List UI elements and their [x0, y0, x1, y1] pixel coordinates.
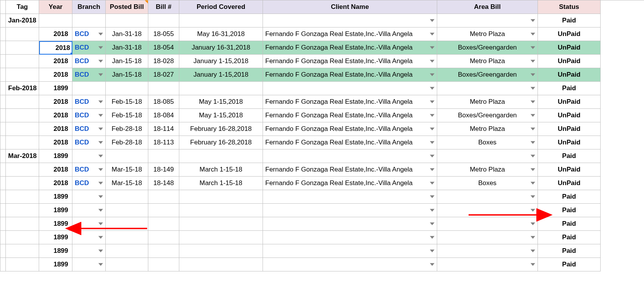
cell-year[interactable]: 2018 [39, 55, 72, 68]
cell-tag[interactable] [6, 231, 39, 244]
cell-tag[interactable] [6, 68, 39, 82]
cell-posted-bill[interactable]: Feb-28-18 [106, 122, 148, 136]
dropdown-icon[interactable] [98, 263, 103, 266]
cell-year[interactable]: 2018 [39, 41, 72, 55]
cell-branch[interactable]: BCD [72, 163, 106, 177]
dropdown-icon[interactable] [98, 101, 103, 103]
cell-period[interactable]: March 1-15-18 [179, 177, 263, 190]
cell-branch[interactable] [72, 231, 106, 244]
cell-period[interactable] [179, 190, 263, 204]
dropdown-icon[interactable] [531, 236, 535, 239]
dropdown-icon[interactable] [430, 33, 434, 36]
dropdown-icon[interactable] [98, 155, 103, 158]
cell-status[interactable]: UnPaid [538, 95, 601, 109]
cell-status[interactable]: Paid [538, 258, 601, 271]
cell-posted-bill[interactable] [106, 82, 148, 95]
cell-status[interactable]: Paid [538, 82, 601, 95]
cell-client[interactable] [263, 231, 437, 244]
cell-status[interactable]: Paid [538, 204, 601, 217]
cell-period[interactable]: January 1-15,2018 [179, 55, 263, 68]
cell-bill-no[interactable]: 18-027 [148, 68, 179, 82]
cell-tag[interactable] [6, 217, 39, 231]
cell-year[interactable]: 2018 [39, 95, 72, 109]
cell-year[interactable]: 2018 [39, 177, 72, 190]
dropdown-icon[interactable] [98, 46, 103, 49]
cell-bill-no[interactable]: 18-028 [148, 55, 179, 68]
dropdown-icon[interactable] [430, 101, 434, 103]
cell-year[interactable]: 2018 [39, 68, 72, 82]
dropdown-icon[interactable] [98, 33, 103, 36]
cell-tag[interactable] [6, 163, 39, 177]
dropdown-icon[interactable] [531, 209, 535, 212]
cell-bill-no[interactable]: 18-055 [148, 27, 179, 41]
dropdown-icon[interactable] [430, 87, 434, 90]
cell-year[interactable]: 1899 [39, 149, 72, 163]
cell-client[interactable] [263, 244, 437, 258]
cell-branch[interactable] [72, 190, 106, 204]
cell-client[interactable]: Fernando F Gonzaga Real Estate,Inc.-Vill… [263, 136, 437, 149]
cell-client[interactable]: Fernando F Gonzaga Real Estate,Inc.-Vill… [263, 122, 437, 136]
cell-bill-no[interactable]: 18-085 [148, 95, 179, 109]
cell-note-icon[interactable] [145, 0, 148, 3]
cell-posted-bill[interactable]: Feb-28-18 [106, 136, 148, 149]
cell-period[interactable]: May 16-31,2018 [179, 27, 263, 41]
cell-year[interactable]: 1899 [39, 190, 72, 204]
cell-period[interactable] [179, 217, 263, 231]
cell-area[interactable]: Metro Plaza [437, 95, 538, 109]
cell-period[interactable] [179, 244, 263, 258]
dropdown-icon[interactable] [531, 114, 535, 117]
cell-tag[interactable] [6, 109, 39, 122]
cell-area[interactable] [437, 231, 538, 244]
cell-tag[interactable] [6, 27, 39, 41]
spreadsheet-grid[interactable]: TagYearBranchPosted BillBill #Period Cov… [0, 0, 644, 271]
dropdown-icon[interactable] [531, 87, 535, 90]
cell-client[interactable] [263, 82, 437, 95]
cell-tag[interactable] [6, 190, 39, 204]
cell-branch[interactable] [72, 217, 106, 231]
cell-area[interactable]: Boxes [437, 136, 538, 149]
cell-branch[interactable] [72, 82, 106, 95]
dropdown-icon[interactable] [430, 141, 434, 144]
dropdown-icon[interactable] [430, 60, 434, 63]
dropdown-icon[interactable] [430, 209, 434, 212]
cell-year[interactable]: 1899 [39, 204, 72, 217]
cell-period[interactable] [179, 14, 263, 27]
cell-bill-no[interactable] [148, 244, 179, 258]
cell-posted-bill[interactable]: Mar-15-18 [106, 163, 148, 177]
cell-client[interactable]: Fernando F Gonzaga Real Estate,Inc.-Vill… [263, 41, 437, 55]
cell-status[interactable]: UnPaid [538, 136, 601, 149]
cell-bill-no[interactable] [148, 204, 179, 217]
dropdown-icon[interactable] [98, 236, 103, 239]
cell-bill-no[interactable] [148, 190, 179, 204]
cell-area[interactable] [437, 14, 538, 27]
cell-posted-bill[interactable]: Feb-15-18 [106, 109, 148, 122]
cell-period[interactable] [179, 231, 263, 244]
cell-tag[interactable]: Mar-2018 [6, 149, 39, 163]
cell-area[interactable]: Boxes/Greengarden [437, 109, 538, 122]
dropdown-icon[interactable] [531, 128, 535, 130]
cell-year[interactable]: 2018 [39, 109, 72, 122]
cell-status[interactable]: UnPaid [538, 109, 601, 122]
cell-status[interactable]: Paid [538, 217, 601, 231]
dropdown-icon[interactable] [430, 223, 434, 225]
cell-bill-no[interactable] [148, 258, 179, 271]
cell-area[interactable]: Metro Plaza [437, 55, 538, 68]
cell-posted-bill[interactable] [106, 244, 148, 258]
cell-tag[interactable] [6, 95, 39, 109]
dropdown-icon[interactable] [531, 250, 535, 252]
cell-year[interactable]: 2018 [39, 122, 72, 136]
cell-branch[interactable]: BCD [72, 55, 106, 68]
cell-bill-no[interactable] [148, 82, 179, 95]
cell-year[interactable]: 1899 [39, 244, 72, 258]
cell-bill-no[interactable]: 18-084 [148, 109, 179, 122]
cell-area[interactable] [437, 258, 538, 271]
cell-branch[interactable]: BCD [72, 177, 106, 190]
dropdown-icon[interactable] [531, 168, 535, 171]
cell-branch[interactable] [72, 258, 106, 271]
cell-branch[interactable] [72, 149, 106, 163]
dropdown-icon[interactable] [531, 223, 535, 225]
cell-status[interactable]: Paid [538, 244, 601, 258]
dropdown-icon[interactable] [98, 60, 103, 63]
cell-bill-no[interactable]: 18-054 [148, 41, 179, 55]
cell-client[interactable]: Fernando F Gonzaga Real Estate,Inc.-Vill… [263, 55, 437, 68]
